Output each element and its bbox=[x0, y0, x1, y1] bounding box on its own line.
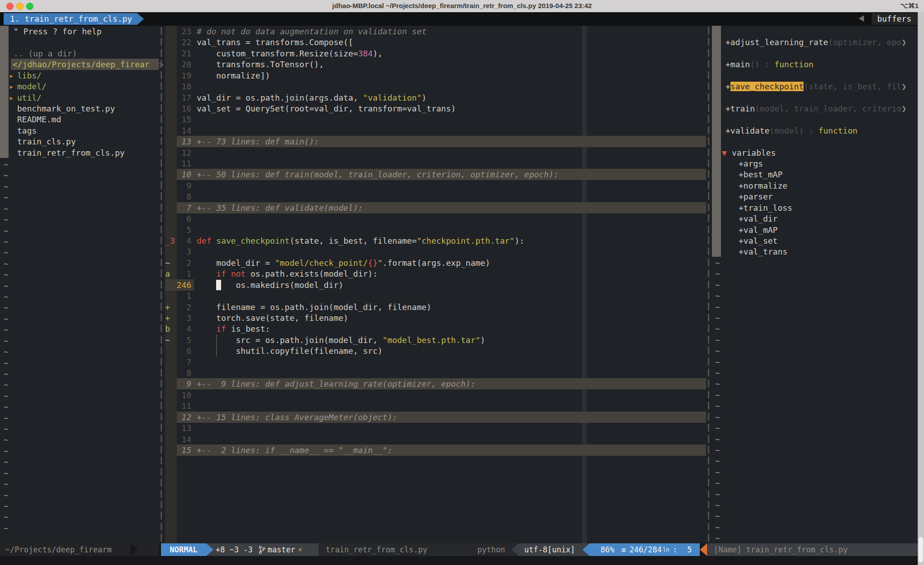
nerdtree-status-path: ~/Projects/deep_firearm bbox=[5, 543, 111, 556]
code-segment: os.path.exists(model_dir): bbox=[245, 269, 378, 278]
folded-code-text: +-- 15 lines: class AverageMeter(object)… bbox=[197, 412, 397, 423]
tagbar-tag[interactable]: +adjust_learning_rate(optimizer, epo❯ bbox=[725, 37, 906, 48]
tagbar-tag[interactable]: +main() : function bbox=[725, 59, 813, 70]
tagbar-tilde: ~ bbox=[715, 279, 720, 291]
code-line[interactable]: 8 bbox=[0, 191, 924, 202]
tagbar-tilde: ~ bbox=[715, 268, 720, 279]
window-separator-left bbox=[161, 501, 162, 509]
code-line[interactable]: 1a if not os.path.exists(model_dir): bbox=[0, 268, 924, 279]
macos-scrollbar-thumb[interactable] bbox=[919, 537, 923, 562]
code-line[interactable]: 10 bbox=[0, 389, 924, 401]
tagbar-variable[interactable]: +val_trans bbox=[739, 246, 787, 257]
code-line[interactable]: 11 bbox=[0, 158, 924, 169]
code-line[interactable]: 2~ model_dir = "model/check_point/{}".fo… bbox=[0, 257, 924, 269]
tagbar-variable[interactable]: +val_mAP bbox=[739, 224, 778, 236]
line-number: 2 bbox=[168, 257, 191, 269]
code-line[interactable]: 15+-- 2 lines: if __name__ == "__main__"… bbox=[0, 445, 924, 456]
code-segment: filename = os.path.join(model_dir, filen… bbox=[197, 302, 431, 312]
code-segment: ) bbox=[422, 93, 427, 102]
code-line[interactable]: 2+ filename = os.path.join(model_dir, fi… bbox=[0, 301, 924, 313]
nerdtree-tilde: ~ bbox=[4, 500, 9, 512]
tagbar-variable[interactable]: +train_loss bbox=[739, 202, 792, 213]
code-segment: save_checkpoint bbox=[216, 236, 290, 245]
tagbar-variable[interactable]: +normalize bbox=[739, 180, 787, 191]
tagbar-variable[interactable]: +val_dir bbox=[739, 213, 778, 224]
code-line[interactable]: 6 shutil.copyfile(filename, src) bbox=[0, 345, 924, 357]
code-line[interactable]: 14 bbox=[0, 434, 924, 445]
position-segment: 86% ≡ 246/284 ln : 5 bbox=[590, 543, 700, 556]
tag-segment: : bbox=[804, 126, 818, 135]
code-line[interactable]: 12 bbox=[0, 147, 924, 158]
window-separator-right bbox=[708, 512, 709, 519]
line-number: 2 bbox=[168, 301, 191, 313]
tagbar-variable[interactable]: +best_mAP bbox=[739, 169, 783, 180]
buffers-label[interactable]: buffers bbox=[872, 13, 918, 25]
tab-train-retr-from-cls[interactable]: 1. train_retr_from_cls.py bbox=[4, 13, 144, 25]
window-separator-left bbox=[161, 512, 162, 519]
code-line[interactable]: 21 custom_transform.Resize(size=384), bbox=[0, 48, 924, 59]
code-line[interactable]: 6 bbox=[0, 213, 924, 224]
tagbar-scrollbar[interactable] bbox=[712, 26, 721, 257]
fold-line-number: 9 bbox=[168, 378, 191, 389]
code-line[interactable]: 23# do not do data augmentation on valid… bbox=[0, 26, 924, 37]
code-line[interactable]: 7 bbox=[0, 357, 924, 368]
tagbar-tag[interactable]: +train(model, train_loader, criterio❯ bbox=[725, 103, 906, 114]
code-line[interactable]: 15 bbox=[0, 114, 924, 125]
code-segment: model_dir = bbox=[197, 258, 275, 268]
code-line[interactable]: 13 bbox=[0, 422, 924, 434]
gutter-sign: ~ bbox=[165, 334, 170, 346]
tagbar-tilde: ~ bbox=[715, 345, 720, 357]
code-line[interactable]: 246 os.makedirs(model_dir) bbox=[0, 279, 924, 291]
vim-cmdline bbox=[0, 556, 924, 565]
code-line[interactable]: 19 normalize]) bbox=[0, 70, 924, 81]
tagbar-tag[interactable]: +save_checkpoint(state, is_best, fil❯ bbox=[725, 81, 906, 92]
tagbar-selected-tag: save_checkpoint bbox=[730, 82, 804, 91]
code-line[interactable]: 13+-- 73 lines: def main(): bbox=[0, 136, 924, 147]
line-number: 11 bbox=[168, 400, 191, 412]
code-line[interactable]: 8 bbox=[0, 367, 924, 379]
nerdtree-statusline: ~/Projects/deep_firearm bbox=[0, 543, 159, 556]
tagbar-tilde: ~ bbox=[715, 533, 720, 544]
line-number: 9 bbox=[168, 180, 191, 191]
tagbar-variable[interactable]: +val_set bbox=[739, 235, 778, 246]
line-number: 1 bbox=[168, 290, 191, 301]
code-line[interactable]: 11 bbox=[0, 400, 924, 412]
code-line[interactable]: 10+-- 50 lines: def train(model, train_l… bbox=[0, 169, 924, 180]
tagbar-tilde: ~ bbox=[715, 422, 720, 434]
code-line[interactable]: 5 bbox=[0, 224, 924, 236]
code-line[interactable]: 12+-- 15 lines: class AverageMeter(objec… bbox=[0, 412, 924, 423]
git-branch-icon bbox=[259, 546, 265, 554]
tag-segment: +train bbox=[725, 104, 755, 113]
tagbar-variable[interactable]: +parser bbox=[739, 191, 773, 202]
code-segment: ), bbox=[373, 49, 383, 58]
code-line[interactable]: 1 bbox=[0, 290, 924, 301]
code-line[interactable]: 17val_dir = os.path.join(args.data, "val… bbox=[0, 92, 924, 103]
tagbar-tag[interactable]: +validate(model) : function bbox=[725, 125, 858, 136]
statusline-encoding: utf-8[unix] bbox=[524, 543, 575, 556]
line-number: 23 bbox=[168, 26, 191, 37]
line-number: 19 bbox=[168, 70, 191, 81]
code-line[interactable]: 4b if is_best: bbox=[0, 323, 924, 334]
code-segment bbox=[197, 269, 216, 278]
tag-segment: +adjust_learning_rate bbox=[725, 37, 828, 47]
code-line[interactable]: 4_3def save_checkpoint(state, is_best, f… bbox=[0, 235, 924, 246]
folded-code-text: +-- 35 lines: def validate(model): bbox=[197, 202, 363, 213]
tagbar-tilde: ~ bbox=[715, 445, 720, 456]
code-segment: shutil.copyfile(filename, src) bbox=[197, 346, 383, 356]
fold-line-number: 7 bbox=[168, 202, 191, 213]
branch-segment: +8 ~3 -3 master ⚡ bbox=[206, 543, 319, 556]
tag-segment: ❯ bbox=[901, 104, 906, 113]
window-separator-left bbox=[161, 457, 162, 464]
buffers-arrow-icon bbox=[859, 15, 864, 22]
macos-scrollbar-track[interactable] bbox=[918, 12, 924, 565]
code-line[interactable]: 9+-- 9 lines: def adjust_learning_rate(o… bbox=[0, 378, 924, 389]
line-position: 246/284 bbox=[629, 543, 662, 556]
tagbar-variable[interactable]: +args bbox=[739, 158, 763, 169]
mode-indicator: NORMAL bbox=[161, 543, 206, 556]
code-line[interactable]: 5~ src = os.path.join(model_dir, "model_… bbox=[0, 334, 924, 346]
fold-line-number: 13 bbox=[168, 136, 191, 147]
code-segment: {} bbox=[368, 258, 378, 268]
git-branch-name: master bbox=[268, 543, 295, 556]
code-text: val_trans = transforms.Compose([ bbox=[197, 37, 353, 48]
code-line[interactable]: 3+ torch.save(state, filename) bbox=[0, 312, 924, 324]
